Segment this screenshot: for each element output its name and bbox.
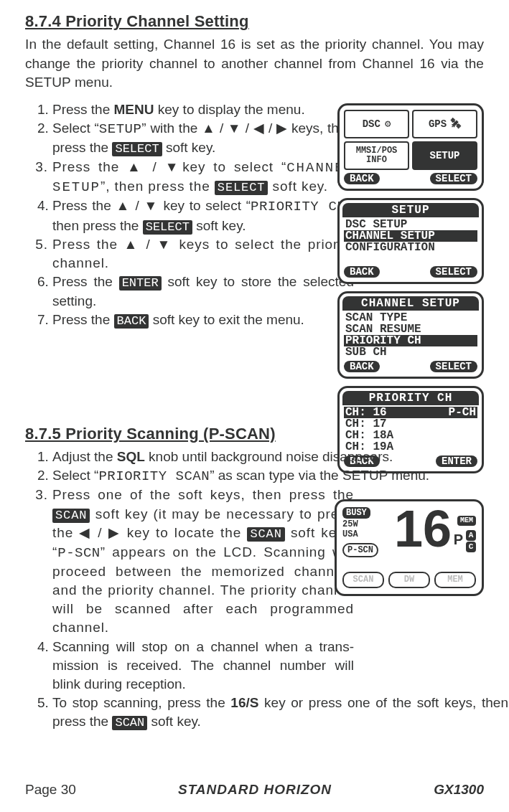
lcd-channel-setup-menu: CHANNEL SETUP SCAN TYPE SCAN RESUME PRIO… <box>337 291 484 379</box>
scan-softkey: SCAN <box>52 509 90 523</box>
c-indicator: C <box>466 542 476 552</box>
lcd-softbtn-scan: SCAN <box>342 572 384 588</box>
lcd-cell-gps: GPS🛰 <box>412 110 477 138</box>
p-indicator: P <box>454 530 463 550</box>
step-874-6: Press the ENTER soft key to store the se… <box>52 273 354 311</box>
lcd-row-highlight: PRIORITY CH <box>344 335 477 346</box>
step-875-2: Select “PRIORITY SCAN” as scan type via … <box>52 466 508 486</box>
lcd-cell-setup: SETUP <box>412 141 477 170</box>
step-874-4: Press the ▲ / ▼ key to select “PRIORITY … <box>52 197 354 235</box>
pscn-text: P-SCN <box>57 545 101 561</box>
scan-softkey: SCAN <box>112 716 147 730</box>
lcd-title: SETUP <box>342 203 479 217</box>
setup-text: SETUP <box>99 121 142 137</box>
text: Press the ▲ / ▼ key to select “ <box>52 198 251 213</box>
step-875-1: Adjust the SQL knob until background noi… <box>52 448 508 466</box>
lcd-back-softkey: BACK <box>344 266 380 278</box>
sql-knob: SQL <box>117 449 145 464</box>
step-874-7: Press the BACK soft key to exit the menu… <box>52 311 354 329</box>
lcd-row: CONFIGURATION <box>344 242 477 253</box>
priority-ch-text: PRIORITY CH <box>251 199 345 214</box>
back-softkey: BACK <box>114 314 149 329</box>
text: Select “ <box>52 468 98 483</box>
text: soft key. <box>268 179 328 194</box>
pscn-indicator: P-SCN <box>342 543 378 558</box>
lcd-select-softkey: SELECT <box>430 266 477 278</box>
text: To stop scanning, press the <box>52 695 230 710</box>
text: Press the <box>52 274 119 289</box>
lcd-select-softkey: SELECT <box>430 361 477 372</box>
channel-number: 16 <box>394 503 452 554</box>
page-number: Page 30 <box>25 780 76 799</box>
lcd-big-wrap: BUSY 25W USA P-SCN 16 MEM P A C SCAN DW … <box>335 499 484 596</box>
text: key to display the menu. <box>154 102 305 117</box>
16s-key: 16/S <box>230 695 258 710</box>
lcd-row-highlight: CHANNEL SETUP <box>344 230 477 242</box>
lcd-cell-mmsi: MMSI/POS INFO <box>344 141 409 170</box>
lcd-main-display: BUSY 25W USA P-SCN 16 MEM P A C SCAN DW … <box>335 499 484 596</box>
select-softkey: SELECT <box>143 220 192 235</box>
lcd-title: PRIORITY CH <box>342 391 479 405</box>
text: soft key. <box>162 140 216 155</box>
enter-softkey: ENTER <box>119 276 162 291</box>
text: soft key to exit the menu. <box>149 312 304 327</box>
lcd-row: CH: 18A <box>344 430 477 441</box>
text: soft key. <box>192 218 246 233</box>
text: soft key. <box>147 714 201 729</box>
section-874-intro: In the default setting, Channel 16 is se… <box>25 35 484 92</box>
lcd-softbtn-mem: MEM <box>434 572 476 588</box>
region-indicator: USA <box>342 529 358 541</box>
text: Adjust the <box>52 449 117 464</box>
step-874-3: Press the ▲ / ▼key to select “CHANNEL SE… <box>52 158 354 197</box>
lcd-back-softkey: BACK <box>344 173 380 184</box>
step-874-2: Select “SETUP” with the ▲ / ▼ / ◀ / ▶ ke… <box>52 119 354 158</box>
scan-softkey: SCAN <box>247 527 284 542</box>
lcd-select-softkey: SELECT <box>430 173 477 184</box>
step-875-4: Scanning will stop on a channel when a t… <box>52 638 354 694</box>
section-heading-874: 8.7.4 Priority Channel Setting <box>25 11 484 32</box>
step-874-1: Press the MENU key to display the menu. <box>52 100 354 119</box>
lcd-row: CH: 17 <box>344 418 477 430</box>
lcd-back-softkey: BACK <box>344 361 380 372</box>
lcd-cell-dsc: DSC⚙ <box>344 110 409 138</box>
text: Press the ▲ / ▼key to select “ <box>52 159 286 174</box>
step-875-3: Press one of the soft keys, then press t… <box>52 486 354 637</box>
select-softkey: SELECT <box>215 181 268 195</box>
menu-key: MENU <box>114 102 154 117</box>
busy-indicator: BUSY <box>342 507 370 519</box>
lcd-softbtn-dw: DW <box>388 572 430 588</box>
text: ” as scan type via the SETUP menu. <box>210 468 429 483</box>
priority-scan-text: PRIORITY SCAN <box>98 468 210 484</box>
lcd-row-highlight: CH: 16P-CH <box>344 407 477 418</box>
text: Press the <box>52 102 114 117</box>
text: Press one of the soft keys, then press t… <box>52 487 354 502</box>
select-softkey: SELECT <box>112 142 162 156</box>
text: knob until background noise disappears. <box>145 449 393 464</box>
lcd-title: CHANNEL SETUP <box>342 296 479 311</box>
lcd-row: SUB CH <box>344 346 477 358</box>
a-indicator: A <box>466 530 476 541</box>
lcd-stack-874: DSC⚙ GPS🛰 MMSI/POS INFO SETUP BACK SELEC… <box>337 103 484 473</box>
mem-indicator: MEM <box>457 516 476 526</box>
section-874-body: Press the MENU key to display the menu. … <box>25 100 484 330</box>
lcd-row: SCAN TYPE <box>344 312 477 324</box>
text: ”, then press the <box>101 179 215 194</box>
text: Press the <box>52 312 114 327</box>
brand-logo: STANDARD HORIZON <box>178 780 332 799</box>
step-875-5: To stop scanning, press the 16/S key or … <box>52 694 508 732</box>
text: Select “ <box>52 121 99 136</box>
lcd-row: SCAN RESUME <box>344 324 477 335</box>
step-874-5: Press the ▲ / ▼ keys to select the prior… <box>52 235 354 273</box>
lcd-menu-grid: DSC⚙ GPS🛰 MMSI/POS INFO SETUP BACK SELEC… <box>337 103 484 191</box>
lcd-setup-menu: SETUP DSC SETUP CHANNEL SETUP CONFIGURAT… <box>337 198 484 284</box>
page-footer: Page 30 STANDARD HORIZON GX1300 <box>25 780 484 799</box>
section-875-body: Adjust the SQL knob until background noi… <box>25 448 484 732</box>
model-number: GX1300 <box>434 780 484 799</box>
lcd-row: DSC SETUP <box>344 219 477 230</box>
